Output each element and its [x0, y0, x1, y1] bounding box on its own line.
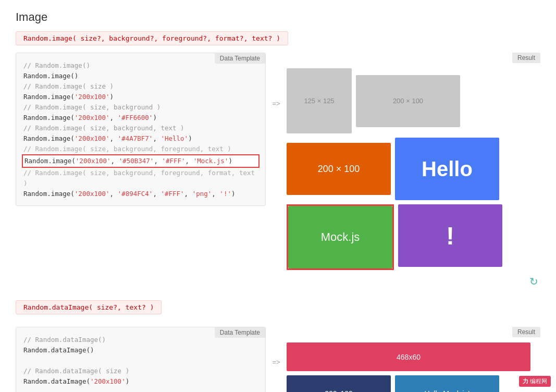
code-line: Random.dataImage('200x100') [23, 376, 258, 387]
highlight-border: Mock.js [287, 204, 394, 270]
result-label-1: Result [512, 53, 540, 63]
code-line: // Random.dataImage( size ) [23, 366, 258, 376]
section-title: Image [16, 10, 540, 24]
arrow-1: => [266, 53, 287, 107]
image-row-3: Mock.js ! [287, 204, 502, 270]
result-panel-2: Result 468x60 200x100 Hello Mock.js! ↻ [287, 327, 540, 392]
code-panel-2: Data Template // Random.dataImage() Rand… [16, 327, 266, 392]
data-image-hello-mockjs: Hello Mock.js! [395, 375, 499, 392]
data-image-200x100-dark: 200x100 [287, 375, 391, 392]
code-line: Random.image('200x100', '#4A7BF7', 'Hell… [23, 133, 258, 144]
data-image-bottom-row: 200x100 Hello Mock.js! [287, 375, 540, 392]
images-grid-1: 125 × 125 200 × 100 200 × 100 Hello Mock… [287, 53, 540, 275]
code-line: // Random.image( size, background, text … [23, 123, 258, 133]
image-200x100-gray: 200 × 100 [356, 75, 460, 127]
data-template-label-1: Data Template [215, 53, 265, 64]
result-panel-1: Result 125 × 125 200 × 100 200 × 100 Hel… [287, 53, 540, 290]
code-line: Random.image('200x100', '#894FC4', '#FFF… [23, 189, 258, 199]
code-line: // Random.image( size, background, foreg… [23, 144, 258, 154]
section2: Random.dataImage( size?, text? ) Data Te… [16, 300, 540, 392]
code-line-highlighted: Random.image('200x100', '#50B347', '#FFF… [22, 154, 260, 168]
refresh-icon-1[interactable]: ↻ [287, 275, 540, 290]
panel-row-2: Data Template // Random.dataImage() Rand… [16, 327, 540, 392]
logo-icon: 力 [523, 377, 528, 385]
image-row-1: 125 × 125 200 × 100 [287, 68, 460, 133]
code-line: // Random.image( size, background ) [23, 102, 258, 113]
code-content-1: // Random.image() Random.image() // Rand… [16, 53, 265, 205]
logo-text: 编程网 [530, 377, 547, 385]
data-template-label-2: Data Template [215, 327, 265, 338]
code-line: Random.dataImage() [23, 345, 258, 356]
code-line: // Random.image( size, background, foreg… [23, 168, 258, 189]
image-200x100-blue-hello: Hello [395, 138, 499, 200]
api-signature-1: Random.image( size?, background?, foregr… [16, 31, 288, 45]
image-200x100-purple: ! [398, 204, 502, 267]
page: Image Random.image( size?, background?, … [0, 0, 556, 392]
code-panel-1: Data Template // Random.image() Random.i… [16, 53, 266, 206]
image-200x100-orange: 200 × 100 [287, 143, 391, 195]
api-signature-2: Random.dataImage( size?, text? ) [16, 300, 162, 314]
arrow-2: => [266, 327, 287, 366]
panel-row-1: Data Template // Random.image() Random.i… [16, 53, 540, 290]
code-line: Random.image('200x100', '#FF6600') [23, 113, 258, 123]
image-row-2: 200 × 100 Hello [287, 138, 499, 200]
data-image-468x60: 468x60 [287, 342, 530, 371]
image-mockjs: Mock.js [288, 206, 392, 268]
code-line: Random.image() [23, 71, 258, 81]
code-line: // Random.image( size ) [23, 81, 258, 92]
data-images-container: 468x60 200x100 Hello Mock.js! [287, 327, 540, 392]
result-label-2: Result [512, 327, 540, 337]
image-125x125: 125 × 125 [287, 68, 352, 133]
logo-bar: 力 编程网 [519, 376, 551, 387]
code-line: Random.image('200x100') [23, 92, 258, 102]
